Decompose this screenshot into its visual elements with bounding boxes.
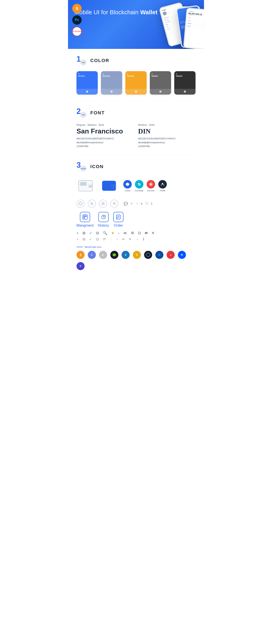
info-icon: ℹ: [151, 202, 152, 206]
svg-rect-22: [84, 217, 85, 218]
export-icon: ⊡: [138, 231, 141, 235]
discover-icon: [146, 180, 155, 188]
assets-icon: [123, 180, 132, 188]
hero-phones: Profile AI... Mangment Message Red Cathe…: [123, 2, 204, 49]
exchange-outline-icon: [88, 200, 96, 208]
history-label: History: [98, 224, 109, 228]
blockchain-line: [76, 247, 83, 247]
nav-icons-row: Assets Exchange Discover P: [123, 180, 167, 192]
icon-wireframe-wallet: [76, 177, 96, 194]
profile-label: Profile: [160, 190, 165, 192]
icon-section: 3 THREE ICON: [68, 155, 204, 283]
assets-label: Assets: [124, 190, 130, 192]
exchange-icon: [135, 180, 144, 188]
search-icon: 🔍: [103, 231, 107, 235]
order-icon: [113, 212, 124, 222]
svg-point-24: [104, 215, 106, 216]
icon-outline-row: 💬 ≡ ☽ ● 🗨 ℹ: [76, 200, 196, 208]
font-section-header: 2 TWO FONT: [76, 108, 196, 118]
management-label: Mangment: [76, 224, 94, 228]
color-section-header: 1 ONE COLOR: [76, 55, 196, 66]
settings-icon: ⚙: [131, 231, 134, 235]
svg-point-18: [114, 202, 115, 204]
swap-icon: ⇄: [145, 231, 148, 235]
svg-rect-1: [80, 182, 86, 186]
svg-rect-20: [84, 216, 85, 217]
hero-section: Mobile UI for Blockchain Wallet UI Kit S…: [68, 0, 204, 49]
minus-grid-icon: ⊟: [96, 231, 99, 235]
blockchain-label: BlockChain Icon: [76, 246, 196, 248]
phone-mockup-3: myWallet $6,297,502.12 Available: $0.00 …: [183, 8, 204, 49]
svg-point-11: [112, 186, 114, 187]
zcash-icon: Z: [133, 251, 141, 259]
eth-icon: Ξ: [88, 251, 96, 259]
neo-icon: N: [110, 251, 118, 259]
speech-icon: 🗨: [145, 202, 148, 206]
dash-icon: D: [122, 251, 130, 259]
font-din: Medium · Bold DIN ABCDEFGHIJKLMNOPQRSTUV…: [138, 124, 196, 148]
font-grid: Regular · Medium · Bold San Francisco AB…: [76, 124, 196, 148]
font-sf-meta: Regular · Medium · Bold: [76, 124, 134, 126]
circle-icon: ●: [140, 202, 142, 206]
badge-ps: Ps: [72, 15, 82, 25]
icon-order: Order: [113, 212, 124, 228]
svg-text:N: N: [113, 254, 114, 256]
chat-icon: 💬: [124, 202, 128, 206]
color-section: 1 ONE COLOR #3574FA #8DA0C8 #F5A623 #666…: [68, 49, 204, 101]
icon-section-num: 3 THREE: [76, 161, 87, 172]
moon-icon: ☽: [135, 202, 138, 206]
svg-rect-21: [85, 216, 86, 217]
icon-filled-wallet: [100, 177, 119, 194]
svg-rect-19: [83, 215, 87, 219]
svg-point-13: [150, 184, 152, 185]
discover-outline-icon: [99, 200, 107, 208]
color-swatch-mid-gray: #666666: [150, 71, 171, 94]
stack-icon: ≡: [130, 202, 132, 206]
icon-history: History: [98, 212, 109, 228]
font-section: 2 TWO FONT Regular · Medium · Bold San F…: [68, 101, 204, 155]
icon-title: ICON: [90, 164, 104, 170]
color-title: COLOR: [90, 58, 109, 63]
star-icon: ★: [111, 231, 114, 235]
icon-assets: Assets: [123, 180, 132, 192]
svg-point-15: [162, 183, 163, 184]
grid-icon: ⊞: [82, 231, 86, 235]
font-san-francisco: Regular · Medium · Bold San Francisco AB…: [76, 124, 134, 148]
discover-label: Discover: [147, 190, 155, 192]
lisk-icon: [155, 251, 164, 259]
icon-main-row: Assets Exchange Discover P: [76, 177, 196, 194]
color-section-num: 1 ONE: [76, 55, 87, 66]
close-icon: ✕: [152, 231, 154, 235]
waves-icon: W: [178, 251, 186, 259]
app-icons-row: Mangment History Order: [76, 212, 196, 228]
icon-profile: Profile: [158, 180, 167, 192]
share-icon: ≪: [123, 231, 127, 235]
font-din-name: DIN: [138, 127, 196, 135]
chevron-left-icon: ‹: [118, 231, 120, 235]
misc-icons-row: 💬 ≡ ☽ ● 🗨 ℹ: [124, 200, 152, 208]
icon-exchange: Exchange: [135, 180, 144, 192]
svg-point-16: [102, 203, 104, 204]
btc-icon: ₿: [76, 251, 84, 259]
management-icon: [80, 212, 90, 222]
ark-icon: ▲: [166, 251, 175, 259]
icon-section-header: 3 THREE ICON: [76, 161, 196, 172]
hero-badges: S Ps 60+Screens: [72, 4, 82, 36]
check-icon: ✓: [89, 231, 92, 235]
profile-outline-icon: [110, 200, 118, 208]
utility-icons-inactive-row: + ⊞ ✓ ⊟ ⟳ ☆ ‹ ⇔ ✕ → ℹ: [76, 237, 196, 242]
font-section-num: 2 TWO: [76, 108, 87, 118]
badge-screens: 60+Screens: [72, 27, 82, 36]
font-din-chars: ABCDEFGHIJKLMNOPQRSTUVWXYZ abcdefghijklm…: [138, 137, 196, 148]
order-label: Order: [114, 224, 123, 228]
ltc-icon: Ł: [99, 251, 107, 259]
color-swatches: #3574FA #8DA0C8 #F5A623 #666666 #303030: [76, 71, 196, 94]
color-swatch-gray: #8DA0C8: [101, 71, 122, 94]
crypto-icons-row: ₿ Ξ Ł N D Z ▲ W P: [76, 251, 196, 270]
svg-point-17: [102, 202, 104, 205]
font-din-meta: Medium · Bold: [138, 124, 196, 126]
font-sf-chars: ABCDEFGHIJKLMNOPQRSTUVWXYZ abcdefghijklm…: [76, 137, 134, 148]
color-swatch-dark: #303030: [174, 71, 196, 94]
iota-icon: [144, 251, 152, 259]
icon-discover: Discover: [146, 180, 155, 192]
